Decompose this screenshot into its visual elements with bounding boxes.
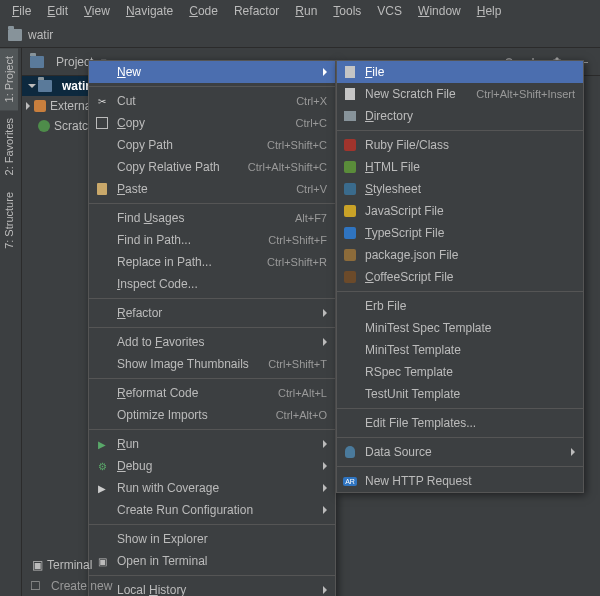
menu-item-label: Find in Path... (117, 233, 191, 247)
i-http-icon (343, 474, 357, 488)
menu-icon: ▣ (95, 554, 109, 568)
expand-icon (28, 84, 36, 88)
breadcrumb-root[interactable]: watir (28, 28, 53, 42)
separator (89, 378, 335, 379)
menu-item-run[interactable]: ▶Run (89, 433, 335, 455)
context-menu-new: FileNew Scratch FileCtrl+Alt+Shift+Inser… (336, 60, 584, 493)
menu-item-new[interactable]: New (89, 61, 335, 83)
menu-item-testunit-template[interactable]: TestUnit Template (337, 383, 583, 405)
separator (337, 408, 583, 409)
menu-item-label: Copy Relative Path (117, 160, 220, 174)
menu-item-show-in-explorer[interactable]: Show in Explorer (89, 528, 335, 550)
menu-item-refactor[interactable]: Refactor (89, 302, 335, 324)
separator (89, 429, 335, 430)
menu-vcs[interactable]: VCS (369, 4, 410, 18)
submenu-arrow-icon (323, 506, 327, 514)
submenu-arrow-icon (323, 309, 327, 317)
menu-item-label: TestUnit Template (365, 387, 460, 401)
menu-help[interactable]: Help (469, 4, 510, 18)
menu-item-ruby-file-class[interactable]: Ruby File/Class (337, 134, 583, 156)
menu-window[interactable]: Window (410, 4, 469, 18)
shortcut: Ctrl+Alt+Shift+C (248, 161, 327, 173)
menu-item-run-with-coverage[interactable]: ▶Run with Coverage (89, 477, 335, 499)
tree-label: watir (62, 79, 90, 93)
menu-item-reformat-code[interactable]: Reformat CodeCtrl+Alt+L (89, 382, 335, 404)
tool-tab-structure[interactable]: 7: Structure (0, 184, 18, 257)
menu-item-label: New HTTP Request (365, 474, 471, 488)
menu-item-inspect-code[interactable]: Inspect Code... (89, 273, 335, 295)
separator (337, 291, 583, 292)
shortcut: Ctrl+Shift+T (268, 358, 327, 370)
menu-item-label: MiniTest Template (365, 343, 461, 357)
i-pkg-icon (343, 248, 357, 262)
menu-item-stylesheet[interactable]: Stylesheet (337, 178, 583, 200)
shortcut: Ctrl+Shift+F (268, 234, 327, 246)
submenu-arrow-icon (323, 440, 327, 448)
menu-item-find-in-path[interactable]: Find in Path...Ctrl+Shift+F (89, 229, 335, 251)
menu-item-javascript-file[interactable]: JavaScript File (337, 200, 583, 222)
menu-item-file[interactable]: File (337, 61, 583, 83)
menu-navigate[interactable]: Navigate (118, 4, 181, 18)
menu-item-copy[interactable]: CopyCtrl+C (89, 112, 335, 134)
menu-item-label: Optimize Imports (117, 408, 208, 422)
menu-item-label: CoffeeScript File (365, 270, 454, 284)
menu-code[interactable]: Code (181, 4, 226, 18)
menu-item-copy-path[interactable]: Copy PathCtrl+Shift+C (89, 134, 335, 156)
menu-item-data-source[interactable]: Data Source (337, 441, 583, 463)
shortcut: Alt+F7 (295, 212, 327, 224)
menu-item-package-json-file[interactable]: package.json File (337, 244, 583, 266)
separator (337, 437, 583, 438)
scratch-icon (38, 120, 50, 132)
project-icon (30, 56, 44, 68)
menu-item-open-in-terminal[interactable]: ▣Open in Terminal (89, 550, 335, 572)
menu-edit[interactable]: Edit (39, 4, 76, 18)
menu-item-cut[interactable]: ✂CutCtrl+X (89, 90, 335, 112)
menu-item-debug[interactable]: ⚙Debug (89, 455, 335, 477)
separator (89, 86, 335, 87)
menu-item-minitest-template[interactable]: MiniTest Template (337, 339, 583, 361)
menu-item-erb-file[interactable]: Erb File (337, 295, 583, 317)
i-js-icon (343, 204, 357, 218)
menu-item-label: Run with Coverage (117, 481, 219, 495)
menu-item-new-http-request[interactable]: New HTTP Request (337, 470, 583, 492)
i-copy-icon (95, 116, 109, 130)
i-cut-icon: ✂ (95, 94, 109, 108)
menu-item-html-file[interactable]: HTML File (337, 156, 583, 178)
menu-tools[interactable]: Tools (325, 4, 369, 18)
menu-run[interactable]: Run (287, 4, 325, 18)
menu-refactor[interactable]: Refactor (226, 4, 287, 18)
menu-item-local-history[interactable]: Local History (89, 579, 335, 596)
separator (89, 575, 335, 576)
menu-item-add-to-favorites[interactable]: Add to Favorites (89, 331, 335, 353)
menu-item-directory[interactable]: Directory (337, 105, 583, 127)
menu-item-new-scratch-file[interactable]: New Scratch FileCtrl+Alt+Shift+Insert (337, 83, 583, 105)
menu-item-typescript-file[interactable]: TypeScript File (337, 222, 583, 244)
tool-tab-project[interactable]: 1: Project (0, 48, 18, 110)
i-cs-icon (343, 270, 357, 284)
menu-item-edit-file-templates[interactable]: Edit File Templates... (337, 412, 583, 434)
menu-item-label: MiniTest Spec Template (365, 321, 492, 335)
menu-item-find-usages[interactable]: Find UsagesAlt+F7 (89, 207, 335, 229)
menu-item-replace-in-path[interactable]: Replace in Path...Ctrl+Shift+R (89, 251, 335, 273)
menu-item-show-image-thumbnails[interactable]: Show Image ThumbnailsCtrl+Shift+T (89, 353, 335, 375)
menu-item-label: TypeScript File (365, 226, 444, 240)
menu-item-rspec-template[interactable]: RSpec Template (337, 361, 583, 383)
menu-item-create-run-configuration[interactable]: Create Run Configuration (89, 499, 335, 521)
menu-item-coffeescript-file[interactable]: CoffeeScript File (337, 266, 583, 288)
separator (89, 203, 335, 204)
menu-item-optimize-imports[interactable]: Optimize ImportsCtrl+Alt+O (89, 404, 335, 426)
menu-item-copy-relative-path[interactable]: Copy Relative PathCtrl+Alt+Shift+C (89, 156, 335, 178)
shortcut: Ctrl+V (296, 183, 327, 195)
i-rb-icon (343, 138, 357, 152)
shortcut: Ctrl+Alt+L (278, 387, 327, 399)
menu-view[interactable]: View (76, 4, 118, 18)
menu-item-label: Show Image Thumbnails (117, 357, 249, 371)
tab-terminal[interactable]: ▣ Terminal (32, 558, 92, 572)
context-menu: New✂CutCtrl+XCopyCtrl+CCopy PathCtrl+Shi… (88, 60, 336, 596)
tool-tab-favorites[interactable]: 2: Favorites (0, 110, 18, 183)
menu-file[interactable]: File (4, 4, 39, 18)
i-debug-icon: ⚙ (95, 459, 109, 473)
menu-item-paste[interactable]: PasteCtrl+V (89, 178, 335, 200)
shortcut: Ctrl+Alt+Shift+Insert (476, 88, 575, 100)
menu-item-minitest-spec-template[interactable]: MiniTest Spec Template (337, 317, 583, 339)
